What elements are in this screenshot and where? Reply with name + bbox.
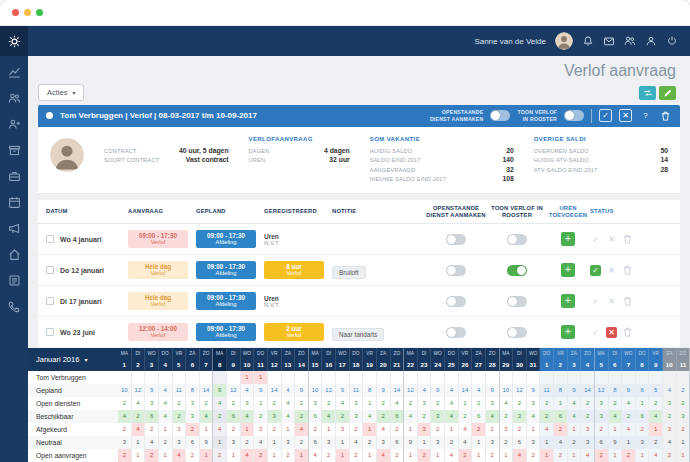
calendar-cell[interactable]: 10 [309, 384, 323, 397]
calendar-cell[interactable]: 4 [282, 410, 296, 423]
calendar-cell[interactable]: 4 [663, 384, 677, 397]
sidebar-item-calendar[interactable] [8, 196, 21, 209]
calendar-cell[interactable] [486, 371, 500, 384]
calendar-cell[interactable]: 2 [118, 397, 132, 410]
calendar-cell[interactable]: 2 [173, 410, 187, 423]
calendar-cell[interactable]: 4 [173, 449, 187, 462]
calendar-cell[interactable]: 6 [595, 436, 609, 449]
calendar-cell[interactable] [636, 371, 650, 384]
calendar-cell[interactable]: 2 [200, 397, 214, 410]
calendar-cell[interactable]: 9 [254, 384, 268, 397]
calendar-cell[interactable]: 8 [363, 384, 377, 397]
delete-icon[interactable] [622, 296, 633, 307]
sidebar-item-megaphone[interactable] [8, 222, 21, 235]
calendar-cell[interactable]: 1 [268, 449, 282, 462]
calendar-cell[interactable]: 4 [649, 449, 663, 462]
calendar-cell[interactable]: 2 [391, 423, 405, 436]
calendar-cell[interactable]: 4 [363, 410, 377, 423]
calendar-cell[interactable]: 2 [663, 410, 677, 423]
calendar-cell[interactable]: 2 [213, 410, 227, 423]
calendar-cell[interactable]: 1 [568, 423, 582, 436]
geregistreerd-pill[interactable]: 2 uurVerlof [264, 323, 324, 341]
calendar-cell[interactable]: 1 [295, 449, 309, 462]
calendar-cell[interactable]: 3 [486, 397, 500, 410]
row-checkbox[interactable] [46, 266, 54, 274]
calendar-cell[interactable]: 6 [227, 410, 241, 423]
calendar-cell[interactable]: 5 [649, 384, 663, 397]
calendar-cell[interactable]: 1 [404, 423, 418, 436]
calendar-cell[interactable]: 4 [282, 384, 296, 397]
row-checkbox[interactable] [46, 297, 54, 305]
aanvraag-pill[interactable]: Hele dagVerlof [128, 261, 188, 279]
calendar-cell[interactable]: 2 [581, 397, 595, 410]
bell-icon[interactable] [582, 35, 594, 47]
calendar-cell[interactable]: 1 [213, 436, 227, 449]
row-checkbox[interactable] [46, 235, 54, 243]
calendar-cell[interactable] [554, 371, 568, 384]
calendar-cell[interactable]: 4 [391, 397, 405, 410]
calendar-cell[interactable]: 4 [513, 449, 527, 462]
calendar-cell[interactable]: 1 [500, 449, 514, 462]
calendar-cell[interactable]: 2 [677, 423, 690, 436]
calendar-cell[interactable] [677, 371, 690, 384]
calendar-cell[interactable] [282, 371, 296, 384]
calendar-cell[interactable]: 2 [213, 449, 227, 462]
calendar-cell[interactable]: 4 [581, 449, 595, 462]
calendar-cell[interactable]: 1 [404, 449, 418, 462]
calendar-cell[interactable]: 2 [391, 449, 405, 462]
calendar-cell[interactable]: 4 [132, 423, 146, 436]
calendar-cell[interactable]: 9 [213, 384, 227, 397]
calendar-cell[interactable]: 2 [241, 436, 255, 449]
close-icon[interactable]: ✕ [619, 109, 632, 122]
calendar-cell[interactable]: 4 [309, 449, 323, 462]
calendar-cell[interactable]: 3 [677, 410, 690, 423]
calendar-cell[interactable]: 2 [622, 410, 636, 423]
calendar-cell[interactable] [609, 371, 623, 384]
calendar-cell[interactable]: 2 [404, 397, 418, 410]
calendar-cell[interactable]: 2 [336, 410, 350, 423]
calendar-cell[interactable]: 3 [145, 397, 159, 410]
calendar-cell[interactable]: 2 [486, 449, 500, 462]
calendar-cell[interactable]: 3 [282, 436, 296, 449]
calendar-cell[interactable]: 4 [377, 449, 391, 462]
calendar-cell[interactable]: 6 [472, 410, 486, 423]
calendar-cell[interactable]: 2 [636, 423, 650, 436]
calendar-cell[interactable] [322, 371, 336, 384]
calendar-cell[interactable]: 3 [527, 397, 541, 410]
calendar-cell[interactable]: 12 [513, 384, 527, 397]
calendar-cell[interactable]: 2 [377, 410, 391, 423]
calendar-cell[interactable]: 4 [159, 397, 173, 410]
calendar-cell[interactable]: 12 [595, 384, 609, 397]
calendar-cell[interactable]: 1 [622, 436, 636, 449]
calendar-cell[interactable]: 1 [527, 423, 541, 436]
calendar-cell[interactable] [350, 371, 364, 384]
calendar-cell[interactable]: 1 [268, 436, 282, 449]
calendar-cell[interactable]: 9 [568, 384, 582, 397]
calendar-cell[interactable]: 3 [309, 397, 323, 410]
calendar-cell[interactable]: 2 [500, 436, 514, 449]
calendar-cell[interactable]: 2 [609, 397, 623, 410]
calendar-cell[interactable] [173, 371, 187, 384]
calendar-cell[interactable]: 1 [540, 449, 554, 462]
uren-toevoegen-button[interactable]: + [561, 325, 575, 339]
calendar-cell[interactable]: 4 [500, 397, 514, 410]
row-openstaande-dienst-toggle[interactable] [446, 327, 466, 338]
calendar-cell[interactable]: 2 [254, 410, 268, 423]
mail-icon[interactable] [603, 35, 615, 47]
calendar-cell[interactable] [445, 371, 459, 384]
calendar-cell[interactable]: 2 [159, 436, 173, 449]
calendar-cell[interactable]: 4 [213, 397, 227, 410]
calendar-cell[interactable]: 2 [173, 397, 187, 410]
calendar-cell[interactable]: 4 [472, 384, 486, 397]
calendar-cell[interactable]: 9 [377, 384, 391, 397]
calendar-cell[interactable] [431, 371, 445, 384]
calendar-cell[interactable] [227, 371, 241, 384]
calendar-cell[interactable]: 1 [418, 436, 432, 449]
help-icon[interactable]: ? [639, 109, 652, 122]
calendar-cell[interactable]: 1 [227, 449, 241, 462]
gepland-pill[interactable]: 09:00 - 17:30Afdeling [196, 261, 256, 279]
calendar-cell[interactable]: 8 [186, 384, 200, 397]
calendar-cell[interactable]: 2 [513, 423, 527, 436]
calendar-cell[interactable]: 1 [159, 449, 173, 462]
calendar-cell[interactable] [118, 371, 132, 384]
